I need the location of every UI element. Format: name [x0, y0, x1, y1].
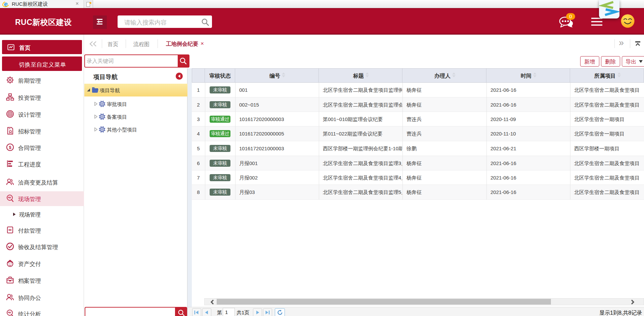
svg-text:$: $	[9, 145, 11, 150]
svg-text:OKB: OKB	[8, 229, 12, 231]
